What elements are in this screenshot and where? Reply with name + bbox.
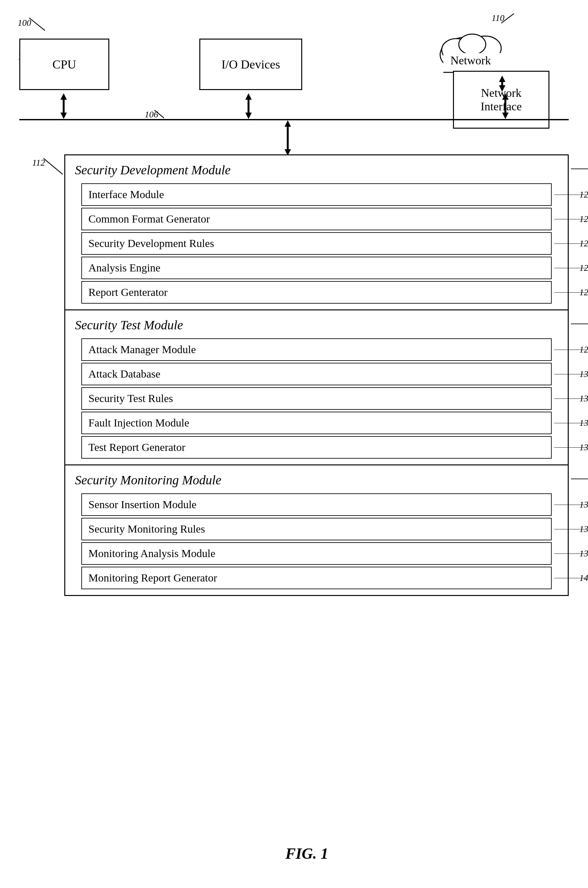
- monitoring-report-box: Monitoring Report Generator 140: [81, 567, 552, 589]
- report-gen-box: Report Genterator 126: [81, 281, 552, 304]
- ref-118-line: [571, 476, 588, 482]
- common-format-label: Common Format Generator: [88, 213, 210, 225]
- security-test-rules-label: Security Test Rules: [88, 392, 173, 404]
- diagram: 100 102 CPU 104 I/O Devices 110 Network …: [0, 0, 588, 888]
- ref-120-line: [554, 195, 588, 195]
- ref-132-line: [554, 423, 588, 424]
- network-cloud: Network: [437, 23, 527, 77]
- io-dbl-arrow: [244, 93, 254, 119]
- attack-manager-label: Attack Manager Module: [88, 344, 196, 355]
- svg-rect-19: [504, 100, 506, 113]
- fault-injection-box: Fault Injection Module 132: [81, 412, 552, 434]
- ref-140-line: [554, 578, 588, 579]
- ref-130-line: [554, 374, 588, 375]
- sensor-insertion-box: Sensor Insertion Module 136: [81, 493, 552, 516]
- ref-123-line: [554, 243, 588, 245]
- ref-112-arrow: [44, 158, 66, 176]
- security-monitoring-module: 118 Security Monitoring Module Sensor In…: [64, 466, 569, 596]
- svg-marker-18: [502, 93, 508, 100]
- svg-rect-16: [248, 100, 249, 113]
- ni-top-dbl-arrow: [501, 93, 510, 119]
- svg-line-24: [154, 110, 164, 118]
- svg-marker-20: [502, 113, 508, 119]
- svg-point-7: [459, 34, 486, 55]
- svg-line-28: [44, 158, 63, 174]
- svg-line-0: [29, 18, 45, 30]
- security-development-title: Security Development Module: [65, 155, 568, 182]
- svg-text:Network: Network: [450, 54, 491, 67]
- io-label: I/O Devices: [222, 57, 280, 71]
- report-gen-label: Report Genterator: [88, 286, 168, 298]
- security-test-module: 116 Security Test Module Attack Manager …: [64, 310, 569, 466]
- svg-rect-13: [63, 100, 64, 113]
- ref-136-line: [554, 505, 588, 506]
- analysis-engine-box: Analysis Engine 124: [81, 257, 552, 279]
- figure-caption: FIG. 1: [13, 844, 588, 862]
- monitoring-report-label: Monitoring Report Generator: [88, 572, 217, 584]
- bus-to-module-arrow: [283, 120, 292, 156]
- monitoring-analysis-box: Monitoring Analysis Module 138: [81, 542, 552, 565]
- svg-marker-25: [285, 120, 291, 127]
- fault-injection-label: Fault Injection Module: [88, 417, 189, 429]
- svg-line-3: [501, 14, 514, 23]
- security-development-module: 114 Security Development Module Interfac…: [64, 155, 569, 310]
- interface-module-label: Interface Module: [88, 188, 164, 200]
- ref-114-line: [571, 166, 588, 172]
- security-dev-rules-label: Security Development Rules: [88, 237, 214, 249]
- ref-100-arrow: [29, 18, 48, 34]
- ref-116-line: [571, 321, 588, 327]
- security-test-rules-box: Security Test Rules 131: [81, 387, 552, 410]
- attack-database-box: Attack Database 130: [81, 363, 552, 385]
- cpu-dbl-arrow: [59, 93, 69, 119]
- sensor-insertion-label: Sensor Insertion Module: [88, 499, 196, 511]
- svg-marker-12: [60, 93, 67, 100]
- monitoring-analysis-label: Monitoring Analysis Module: [88, 547, 215, 559]
- ref-112: 112: [32, 158, 45, 168]
- security-monitoring-title: Security Monitoring Module: [65, 466, 568, 491]
- security-test-title: Security Test Module: [65, 310, 568, 337]
- cpu-box: CPU: [19, 39, 109, 90]
- svg-marker-17: [245, 113, 252, 119]
- svg-marker-15: [245, 93, 252, 100]
- ref-138-line: [554, 553, 588, 554]
- ref-131-line: [554, 398, 588, 400]
- io-box: I/O Devices: [200, 39, 302, 90]
- ref-134-line: [554, 448, 588, 448]
- interface-module-box: Interface Module 120: [81, 183, 552, 206]
- monitoring-rules-label: Security Monitoring Rules: [88, 523, 205, 535]
- cpu-label: CPU: [52, 57, 76, 71]
- network-to-ni-arrow: [497, 75, 507, 92]
- common-format-box: Common Format Generator 122: [81, 208, 552, 230]
- svg-marker-23: [499, 85, 506, 92]
- monitoring-rules-box: Security Monitoring Rules 137: [81, 518, 552, 540]
- test-report-label: Test Report Generator: [88, 441, 186, 453]
- svg-marker-21: [499, 75, 506, 82]
- analysis-engine-label: Analysis Engine: [88, 262, 160, 274]
- security-dev-rules-box: Security Development Rules 123: [81, 232, 552, 255]
- attack-database-label: Attack Database: [88, 368, 160, 380]
- main-module-area: 114 Security Development Module Interfac…: [64, 155, 569, 596]
- svg-rect-26: [287, 127, 289, 149]
- bus-line: [19, 119, 569, 120]
- ref-126-line: [554, 292, 588, 293]
- attack-manager-box: Attack Manager Module 128: [81, 338, 552, 361]
- test-report-box: Test Report Generator 134: [81, 436, 552, 459]
- ref-128-line: [554, 350, 588, 350]
- ref-124-line: [554, 268, 588, 269]
- ref-122-line: [554, 219, 588, 220]
- ref-137-line: [554, 529, 588, 530]
- svg-marker-14: [60, 113, 67, 119]
- ref-106-arrow: [154, 110, 167, 120]
